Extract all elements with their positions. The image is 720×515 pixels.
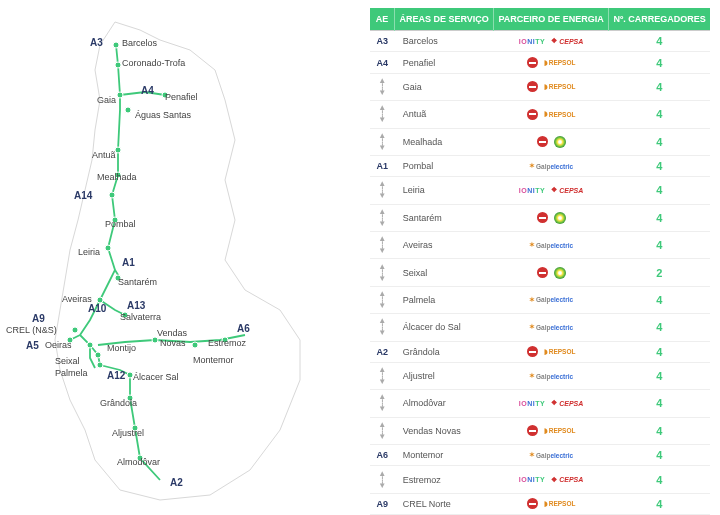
no-entry-icon xyxy=(527,81,538,92)
cell-count: 4 xyxy=(609,52,710,73)
map-highway-label: A6 xyxy=(237,323,250,334)
cell-count: 4 xyxy=(609,390,710,417)
svg-point-5 xyxy=(115,147,121,153)
cell-partner: Galpelectric xyxy=(494,286,609,313)
map-city-label: Novas xyxy=(160,338,186,348)
map-city-label: Mealhada xyxy=(97,172,137,182)
cell-area: Leiria xyxy=(395,177,494,204)
table-body: A3BarcelosIONITYCEPSA4A4PenafielREPSOL4▲… xyxy=(370,31,710,516)
cell-partner: IONITYCEPSA xyxy=(494,31,609,52)
table-row: ▲┊▼Mealhada4 xyxy=(370,128,710,155)
cell-area: Aljustrel xyxy=(395,362,494,389)
cell-ae: ▲┊▼ xyxy=(370,390,395,417)
no-entry-icon xyxy=(527,498,538,509)
no-entry-icon xyxy=(537,212,548,223)
cell-ae: ▲┊▼ xyxy=(370,286,395,313)
cell-partner: REPSOL xyxy=(494,101,609,128)
cell-area: Pombal xyxy=(395,155,494,176)
ionity-logo: IONITY xyxy=(519,38,545,45)
cell-partner: Galpelectric xyxy=(494,362,609,389)
cell-ae: A4 xyxy=(370,52,395,73)
cell-partner: Galpelectric xyxy=(494,314,609,341)
table-row: A1PombalGalpelectric4 xyxy=(370,155,710,176)
bp-logo xyxy=(554,267,566,279)
map-city-label: Seixal xyxy=(55,356,80,366)
map-city-label: Barcelos xyxy=(122,38,157,48)
table-panel: AE ÁREAS DE SERVIÇO PARCEIRO DE ENERGIA … xyxy=(360,0,720,515)
cell-area: Palmela xyxy=(395,286,494,313)
map-city-label: Estremoz xyxy=(208,338,246,348)
map-panel: A3BarcelosCoronado-TrofaGaiaA4PenafielÁg… xyxy=(0,0,360,515)
cell-partner: Galpelectric xyxy=(494,155,609,176)
cell-count: 4 xyxy=(609,286,710,313)
table-row: ▲┊▼Álcacer do SalGalpelectric4 xyxy=(370,314,710,341)
cell-partner: REPSOL xyxy=(494,417,609,444)
map-highway-label: A5 xyxy=(26,340,39,351)
svg-point-16 xyxy=(95,352,101,358)
map-highway-label: A12 xyxy=(107,370,125,381)
table-row: ▲┊▼GaiaREPSOL4 xyxy=(370,73,710,100)
cell-ae: ▲┊▼ xyxy=(370,417,395,444)
map-highway-label: A3 xyxy=(90,37,103,48)
cell-ae: ▲┊▼ xyxy=(370,314,395,341)
cell-partner: REPSOL xyxy=(494,52,609,73)
cell-area: Montemor xyxy=(395,445,494,466)
cell-count: 4 xyxy=(609,101,710,128)
cell-partner: IONITYCEPSA xyxy=(494,466,609,493)
cell-ae: ▲┊▼ xyxy=(370,362,395,389)
map-highway-label: A4 xyxy=(141,85,154,96)
map-highway-label: A10 xyxy=(88,303,106,314)
cepsa-logo: CEPSA xyxy=(551,37,583,45)
cell-count: 4 xyxy=(609,73,710,100)
cell-count: 4 xyxy=(609,177,710,204)
cell-ae: ▲┊▼ xyxy=(370,177,395,204)
map-highway-label: A13 xyxy=(127,300,145,311)
cell-ae: A3 xyxy=(370,31,395,52)
cell-partner: REPSOL xyxy=(494,73,609,100)
cell-area: CREL Norte xyxy=(395,493,494,514)
cell-area: Seixal xyxy=(395,259,494,286)
table-row: ▲┊▼PalmelaGalpelectric4 xyxy=(370,286,710,313)
cell-ae: ▲┊▼ xyxy=(370,73,395,100)
cell-ae: ▲┊▼ xyxy=(370,259,395,286)
th-ae: AE xyxy=(370,8,395,31)
cell-count: 4 xyxy=(609,232,710,259)
cell-area: Estremoz xyxy=(395,466,494,493)
map-city-label: Grândola xyxy=(100,398,137,408)
cell-count: 4 xyxy=(609,128,710,155)
cell-area: Barcelos xyxy=(395,31,494,52)
th-count: Nº. CARREGADORES xyxy=(609,8,710,31)
bp-logo xyxy=(554,136,566,148)
ionity-logo: IONITY xyxy=(519,476,545,483)
repsol-logo: REPSOL xyxy=(544,59,576,67)
cell-partner: Galpelectric xyxy=(494,445,609,466)
map-city-label: Montijo xyxy=(107,343,136,353)
cell-ae: ▲┊▼ xyxy=(370,466,395,493)
no-entry-icon xyxy=(527,425,538,436)
table-row: ▲┊▼AljustrelGalpelectric4 xyxy=(370,362,710,389)
repsol-logo: REPSOL xyxy=(544,110,576,118)
table-row: ▲┊▼Vendas NovasREPSOL4 xyxy=(370,417,710,444)
galp-logo: Galpelectric xyxy=(529,323,573,331)
cell-partner xyxy=(494,128,609,155)
cell-area: Santarém xyxy=(395,204,494,231)
cell-partner xyxy=(494,204,609,231)
cell-count: 4 xyxy=(609,417,710,444)
map-city-label: Penafiel xyxy=(165,92,198,102)
map-city-label: Álcacer Sal xyxy=(133,372,179,382)
svg-point-13 xyxy=(72,327,78,333)
chargers-table: AE ÁREAS DE SERVIÇO PARCEIRO DE ENERGIA … xyxy=(370,8,710,515)
svg-point-1 xyxy=(115,62,121,68)
cell-area: Gaia xyxy=(395,73,494,100)
table-row: A4PenafielREPSOL4 xyxy=(370,52,710,73)
no-entry-icon xyxy=(527,109,538,120)
svg-point-15 xyxy=(87,342,93,348)
table-header-row: AE ÁREAS DE SERVIÇO PARCEIRO DE ENERGIA … xyxy=(370,8,710,31)
map-highway-label: A14 xyxy=(74,190,92,201)
cell-count: 4 xyxy=(609,155,710,176)
cell-count: 4 xyxy=(609,314,710,341)
cell-count: 4 xyxy=(609,466,710,493)
cell-count: 2 xyxy=(609,259,710,286)
map-city-label: Almodôvar xyxy=(117,457,160,467)
cell-area: Penafiel xyxy=(395,52,494,73)
